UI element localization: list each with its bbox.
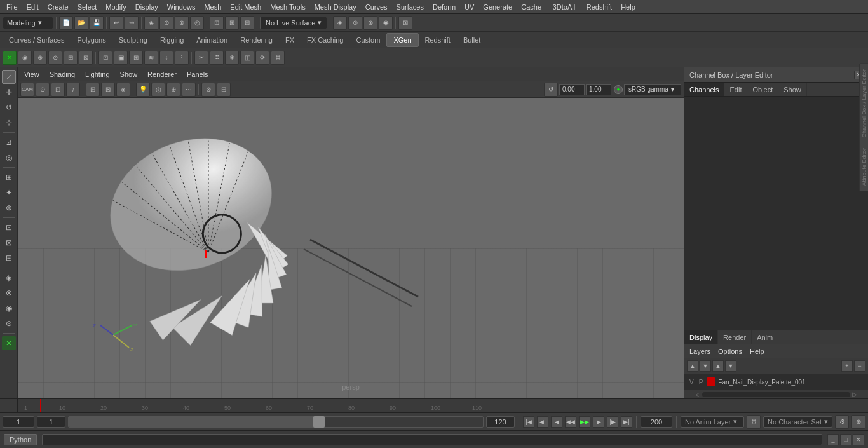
open-file-btn[interactable]: 📂 [74,16,88,30]
range-start-field[interactable]: 1 [37,416,65,428]
tool-mirror[interactable]: ⊡ [2,221,16,234]
layer-v-down-btn[interactable]: ▼ [700,360,711,372]
lasso-btn[interactable]: ⊙ [159,16,173,30]
vp-loop-btn[interactable]: ↺ [544,83,558,97]
vp-seq-btn[interactable]: ⊡ [51,83,65,97]
xgen-point-btn[interactable]: ⊞ [64,51,78,65]
viewport-canvas[interactable]: Y X Z persp [18,98,684,398]
render1-btn[interactable]: ◈ [333,16,347,30]
tool-soft-sel[interactable]: ◎ [2,151,16,165]
layer-menu-options[interactable]: Options [715,346,745,356]
workspace-dropdown[interactable]: Modeling ▾ [3,17,53,29]
layer-menu-help[interactable]: Help [747,346,767,356]
tab-custom[interactable]: Custom [350,33,387,47]
tab-animation[interactable]: Animation [190,33,234,47]
tab-rigging[interactable]: Rigging [154,33,190,47]
tool-move[interactable]: ✛ [2,85,16,99]
extra1-btn[interactable]: ⊠ [398,16,412,30]
tool-extra3[interactable]: ◉ [2,301,16,315]
xgen-layer-btn[interactable]: ▣ [114,51,128,65]
layer-p-toggle[interactable]: P [698,379,705,386]
xgen-flatten-btn[interactable]: ⊞ [129,51,143,65]
tool-extra2[interactable]: ⊗ [2,286,16,300]
xgen-smooth-btn[interactable]: ⊡ [98,51,112,65]
tab-curves-surfaces[interactable]: Curves / Surfaces [3,33,71,47]
xgen-freeze-btn[interactable]: ❄ [225,51,239,65]
vp-cam-btn[interactable]: CAM [20,83,34,97]
tab-fx-caching[interactable]: FX Caching [301,33,349,47]
layer-tab-anim[interactable]: Anim [752,330,778,344]
next-frame-btn[interactable]: ▶ [593,416,604,428]
scroll-right-btn[interactable]: ▷ [850,391,859,398]
select-tool-btn[interactable]: ◈ [144,16,158,30]
xgen-noise-btn[interactable]: ≋ [144,51,158,65]
gamma-dropdown[interactable]: sRGB gamma ▾ [624,84,681,95]
layer-menu-layers[interactable]: Layers [687,346,713,356]
layer-tab-display[interactable]: Display [684,330,718,344]
attr-editor-tab[interactable]: Attribute Editor [860,143,869,191]
redo-btn[interactable]: ↪ [125,16,139,30]
menu-mesh-display[interactable]: Mesh Display [311,2,360,12]
render3-btn[interactable]: ⊗ [363,16,377,30]
go-end-btn[interactable]: ▶| [621,416,632,428]
range-slider[interactable] [68,416,484,428]
vp-menu-lighting[interactable]: Lighting [81,69,114,79]
vp-menu-show[interactable]: Show [116,69,142,79]
save-file-btn[interactable]: 💾 [90,16,104,30]
tool-extra1[interactable]: ◈ [2,271,16,285]
snap1-btn[interactable]: ⊡ [210,16,224,30]
layer-item[interactable]: V P Fan_Nail_Display_Palette_001 [684,374,868,390]
menu-surfaces[interactable]: Surfaces [393,2,428,12]
anim-layer-settings-btn[interactable]: ⚙ [747,415,761,429]
menu-redshift[interactable]: Redshift [583,2,616,12]
xgen-preview-btn[interactable]: ◉ [18,51,32,65]
vp-ao-btn[interactable]: ⊕ [166,83,180,97]
vp-img-btn[interactable]: ⊙ [36,83,50,97]
layer-new-btn[interactable]: + [841,360,853,372]
char-set-dropdown[interactable]: No Character Set ▾ [763,416,832,428]
xgen-length-btn[interactable]: ↕ [159,51,173,65]
vp-light-btn[interactable]: 💡 [136,83,150,97]
tool-rotate[interactable]: ↺ [2,100,16,114]
layer-p-up-btn[interactable]: ▲ [712,360,724,372]
menu-generate[interactable]: Generate [479,2,516,12]
menu-windows[interactable]: Windows [163,2,200,12]
tab-polygons[interactable]: Polygons [71,33,112,47]
layer-color-swatch[interactable] [707,377,715,386]
go-start-btn[interactable]: |◀ [523,416,534,428]
tab-xgen[interactable]: XGen [386,33,418,47]
vp-shadow-btn[interactable]: ◎ [151,83,165,97]
menu-create[interactable]: Create [44,2,72,12]
vp-texture-btn[interactable]: ⊟ [217,83,231,97]
timeline-playhead[interactable] [40,399,41,412]
menu-cache[interactable]: Cache [517,2,545,12]
menu-uv[interactable]: UV [461,2,478,12]
xgen-cut-btn[interactable]: ✂ [194,51,208,65]
tool-loop[interactable]: ⊞ [2,170,16,184]
win-minimize-btn[interactable]: _ [827,434,839,445]
vp-grid-btn[interactable]: ⊞ [86,83,100,97]
tab-redshift[interactable]: Redshift [419,33,457,47]
layer-p-down-btn[interactable]: ▼ [725,360,736,372]
vp-menu-renderer[interactable]: Renderer [144,69,180,79]
gamma-value-field[interactable]: 0.00 [559,84,585,95]
win-maximize-btn[interactable]: □ [840,434,851,445]
win-close-btn[interactable]: ✕ [853,434,864,445]
play-fwd-btn[interactable]: ▶▶ [579,416,590,428]
tool-extra4[interactable]: ⊙ [2,316,16,330]
scroll-track[interactable] [702,392,850,397]
play-back-btn[interactable]: ◀◀ [565,416,576,428]
vp-xray-btn[interactable]: ⊗ [201,83,215,97]
tab-rendering[interactable]: Rendering [234,33,279,47]
char-set-settings-btn[interactable]: ⚙ [835,415,849,429]
xgen-vis-btn[interactable]: ⊙ [48,51,62,65]
anim-layer-dropdown[interactable]: No Anim Layer ▾ [681,416,744,428]
tool-xgen1[interactable]: ✕ [2,336,16,350]
new-file-btn[interactable]: 📄 [59,16,73,30]
tool-select[interactable]: ⟋ [2,70,16,84]
range-handle-end[interactable] [313,416,325,428]
tool-cut[interactable]: ✦ [2,186,16,200]
xgen-guide-btn[interactable]: ⊕ [33,51,47,65]
menu-help[interactable]: Help [617,2,639,12]
menu-curves[interactable]: Curves [362,2,391,12]
